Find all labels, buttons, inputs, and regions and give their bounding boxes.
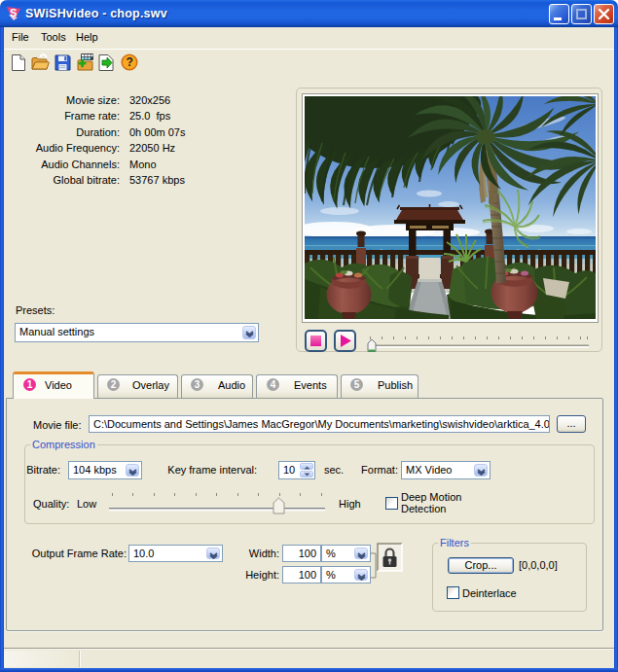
svg-text:?: ? bbox=[127, 55, 133, 69]
svg-text:S: S bbox=[10, 7, 17, 18]
